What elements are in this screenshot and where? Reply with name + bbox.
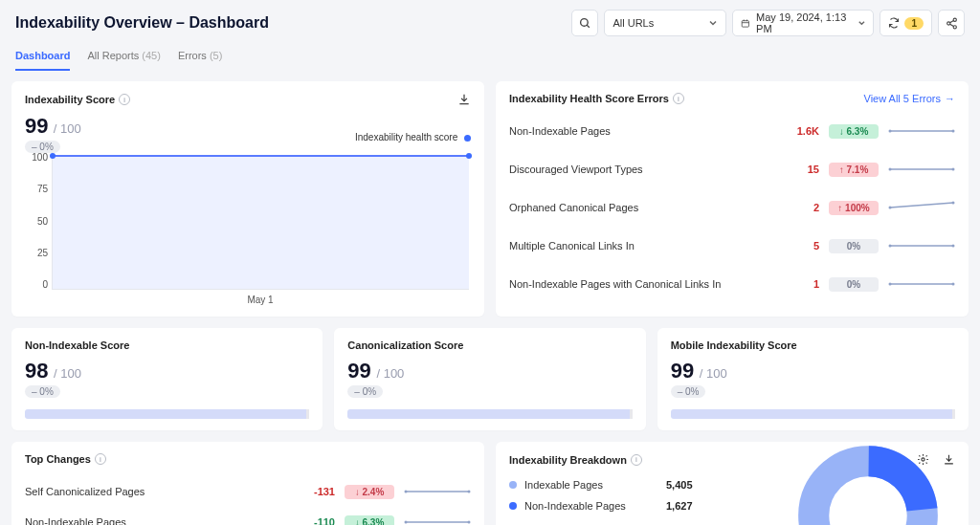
error-row[interactable]: Non-Indexable Pages1.6K↓ 6.3% bbox=[509, 112, 955, 150]
score-bar bbox=[25, 409, 309, 419]
view-all-errors-link[interactable]: View All 5 Errors → bbox=[864, 93, 956, 104]
svg-point-20 bbox=[952, 202, 955, 205]
sparkline bbox=[888, 199, 955, 216]
score-value: 99 bbox=[347, 359, 370, 383]
svg-point-26 bbox=[952, 283, 955, 286]
top-changes-card: Top Changes i Self Canonicalized Pages-1… bbox=[11, 442, 484, 525]
score-delta: – 0% bbox=[25, 385, 60, 398]
card-title: Mobile Indexability Score bbox=[671, 339, 955, 351]
score-delta: – 0% bbox=[671, 385, 706, 398]
error-row[interactable]: Non-Indexable Pages with Canonical Links… bbox=[509, 265, 955, 303]
error-value: 1.6K bbox=[779, 125, 819, 137]
download-icon[interactable] bbox=[457, 93, 471, 106]
card-title: Top Changes i bbox=[25, 453, 106, 465]
date-select[interactable]: May 19, 2024, 1:13 PM bbox=[732, 10, 874, 36]
change-value: -131 bbox=[278, 486, 335, 497]
search-button[interactable] bbox=[571, 10, 598, 36]
score-card: Mobile Indexability Score99 / 100– 0% bbox=[657, 328, 969, 430]
tab-all-reports[interactable]: All Reports (45) bbox=[87, 50, 160, 71]
score-card: Canonicalization Score99 / 100– 0% bbox=[334, 328, 645, 430]
svg-line-9 bbox=[949, 20, 953, 22]
download-icon[interactable] bbox=[943, 453, 955, 466]
svg-point-7 bbox=[947, 21, 949, 24]
svg-point-31 bbox=[405, 521, 408, 524]
refresh-button[interactable]: 1 bbox=[880, 10, 932, 36]
tab-errors[interactable]: Errors (5) bbox=[178, 50, 222, 71]
breakdown-donut bbox=[796, 444, 940, 525]
sparkline bbox=[888, 122, 955, 140]
sparkline bbox=[404, 483, 471, 500]
chevron-down-icon bbox=[708, 18, 718, 28]
sparkline bbox=[888, 161, 955, 178]
change-label: Non-Indexable Pages bbox=[25, 516, 268, 525]
error-value: 5 bbox=[779, 240, 819, 252]
change-label: Self Canonicalized Pages bbox=[25, 486, 268, 497]
svg-line-10 bbox=[949, 24, 953, 26]
card-title: Non-Indexable Score bbox=[25, 339, 309, 351]
svg-point-23 bbox=[952, 245, 955, 248]
svg-point-28 bbox=[405, 491, 408, 493]
search-icon bbox=[579, 17, 591, 30]
share-button[interactable] bbox=[938, 10, 965, 36]
error-label: Non-Indexable Pages with Canonical Links… bbox=[509, 278, 769, 290]
url-filter-value: All URLs bbox=[612, 17, 654, 29]
score-max: / 100 bbox=[54, 121, 81, 136]
delta-chip: ↓ 6.3% bbox=[345, 515, 394, 526]
error-label: Orphaned Canonical Pages bbox=[509, 202, 769, 213]
svg-point-8 bbox=[953, 25, 956, 28]
indexability-breakdown-card: Indexability Breakdown i Indexable Pages… bbox=[496, 442, 969, 525]
info-icon[interactable]: i bbox=[95, 453, 106, 465]
svg-point-16 bbox=[889, 168, 892, 171]
delta-chip: 0% bbox=[829, 277, 879, 292]
chevron-down-icon bbox=[858, 18, 866, 28]
delta-chip: ↑ 7.1% bbox=[829, 163, 879, 177]
svg-point-0 bbox=[581, 18, 589, 26]
share-icon bbox=[946, 17, 958, 30]
page-title: Indexability Overview – Dashboard bbox=[15, 14, 269, 32]
sparkline bbox=[888, 275, 955, 293]
score-bar bbox=[671, 409, 955, 419]
health-errors-card: Indexability Health Score Errors i View … bbox=[496, 81, 969, 317]
svg-point-25 bbox=[889, 283, 892, 286]
info-icon[interactable]: i bbox=[673, 93, 684, 104]
card-title: Indexability Breakdown i bbox=[509, 454, 642, 466]
error-label: Multiple Canonical Links In bbox=[509, 240, 769, 252]
legend-dot bbox=[509, 481, 517, 489]
svg-line-18 bbox=[890, 203, 953, 208]
score-delta: – 0% bbox=[347, 385, 383, 398]
svg-point-13 bbox=[889, 130, 892, 133]
card-title: Indexability Score i bbox=[25, 94, 130, 105]
score-value: 99 bbox=[25, 114, 48, 138]
error-row[interactable]: Orphaned Canonical Pages2↑ 100% bbox=[509, 188, 955, 227]
chart-legend: Indexability health score bbox=[25, 132, 471, 142]
svg-rect-2 bbox=[743, 20, 749, 26]
svg-point-22 bbox=[889, 245, 892, 248]
svg-point-17 bbox=[952, 168, 955, 171]
tab-dashboard[interactable]: Dashboard bbox=[15, 50, 70, 71]
change-row[interactable]: Non-Indexable Pages-110↓ 6.3% bbox=[25, 507, 471, 525]
error-value: 1 bbox=[779, 278, 819, 290]
change-row[interactable]: Self Canonicalized Pages-131↓ 2.4% bbox=[25, 476, 471, 507]
svg-point-32 bbox=[468, 521, 471, 524]
error-value: 2 bbox=[779, 202, 819, 213]
delta-chip: ↓ 6.3% bbox=[829, 124, 879, 139]
url-filter-select[interactable]: All URLs bbox=[604, 10, 726, 36]
error-row[interactable]: Multiple Canonical Links In50% bbox=[509, 227, 955, 265]
score-value: 98 bbox=[25, 359, 48, 383]
svg-point-29 bbox=[468, 491, 471, 493]
info-icon[interactable]: i bbox=[119, 94, 130, 105]
svg-point-14 bbox=[952, 130, 955, 133]
score-chart: 1007550250 May 1 bbox=[25, 152, 471, 305]
card-title: Canonicalization Score bbox=[347, 339, 632, 351]
svg-point-19 bbox=[889, 207, 892, 209]
score-card: Non-Indexable Score98 / 100– 0% bbox=[11, 328, 323, 430]
sparkline bbox=[888, 237, 955, 254]
refresh-icon bbox=[888, 17, 900, 29]
score-value: 99 bbox=[671, 359, 694, 383]
error-row[interactable]: Discouraged Viewport Types15↑ 7.1% bbox=[509, 150, 955, 188]
tabs: DashboardAll Reports (45)Errors (5) bbox=[0, 36, 980, 72]
info-icon[interactable]: i bbox=[631, 454, 642, 466]
sparkline bbox=[404, 514, 471, 525]
error-value: 15 bbox=[779, 164, 819, 175]
legend-dot bbox=[509, 502, 517, 510]
